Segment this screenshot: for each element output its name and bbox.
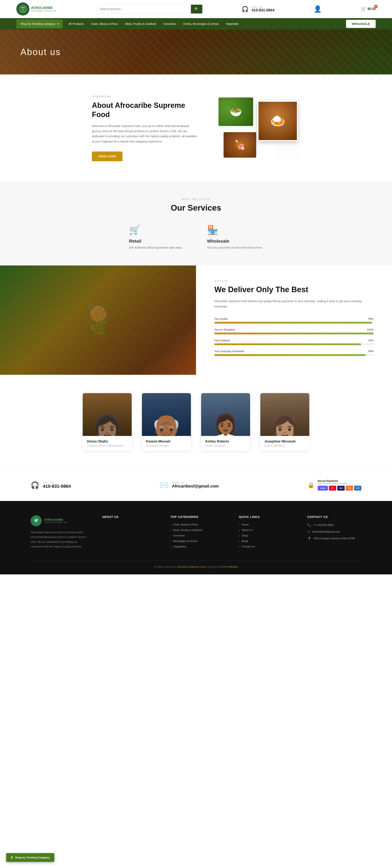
footer-about-col: ABOUT US <box>102 515 156 551</box>
dropdown-label: Shop by Trending Category <box>21 22 55 26</box>
about-image-side2: 🍖 <box>224 132 256 158</box>
wholesale-name: Wholesale <box>207 239 263 244</box>
bullet-icon: ● <box>239 523 240 526</box>
team-photo-ashley: 👩🏾‍💼 <box>201 393 250 436</box>
shop-category-dropdown[interactable]: Shop by Trending Category ▾ <box>16 19 63 28</box>
wholesale-button[interactable]: WHOLESALE <box>346 20 376 28</box>
footer-link-contact[interactable]: ● Contact Us <box>239 545 293 548</box>
progress-bar-bg-1 <box>214 333 374 334</box>
contact-email-item: ✉️ EMAIL US Africaribesf@gmail.com <box>160 481 219 489</box>
footer-designer-link[interactable]: Zone Websites <box>222 565 238 568</box>
footer-link-shop[interactable]: ● Shop <box>239 534 293 537</box>
shop-now-button[interactable]: SHOP NOW <box>92 152 122 161</box>
footer-logo-name: AFROCARIBE <box>44 518 68 521</box>
logo[interactable]: AFRO 🌍 CARIBE AFROCARIBE SUPREME FOODS I… <box>16 2 57 16</box>
footer-brand-col: 🌍 AFROCARIBE SUPREME FOODS INC. Afrocari… <box>31 515 88 551</box>
wholesale-icon: 🏪 <box>207 225 263 235</box>
bullet-icon: ● <box>170 534 172 537</box>
team-photo-amina: 👩🏾 <box>83 393 132 436</box>
contact-phone-item: 🎧 CALL US 410-831-0864 <box>31 481 71 489</box>
hero-banner: About us <box>0 30 392 74</box>
footer-cat-groceries[interactable]: ● Groceries <box>170 534 225 537</box>
nav-link-drinks[interactable]: Drinks, Beverages & Cereal <box>179 19 222 28</box>
lock-icon: 🔒 <box>307 482 315 488</box>
footer-designed-by: | Designed By <box>206 565 222 568</box>
logo-icon: AFRO 🌍 CARIBE <box>16 2 29 16</box>
progress-bar-bg-3 <box>214 354 374 356</box>
services-grid: 🛒 Retail Get authentic African groceries… <box>31 225 361 249</box>
footer-link-blogs[interactable]: ● Blogs <box>239 539 293 542</box>
services-title: Our Services <box>31 203 361 213</box>
about-description: Welcome to Afrocaribe Supreme Food, your… <box>92 124 198 144</box>
why-us-desc: Afrocaribe Supreme Food delivers top-qua… <box>214 299 374 309</box>
footer-cat-vegetables[interactable]: ● Vegetables <box>170 545 225 548</box>
footer-phone-icon: 📞 <box>307 523 311 527</box>
footer-bottom: All rights reserved by Afrocaribe Suprem… <box>31 561 361 568</box>
nav-link-groceries[interactable]: Groceries <box>160 19 180 28</box>
footer-contact-col: CONTACT US 📞 +1 410-831-0864 ✉ Africarib… <box>307 515 361 551</box>
wholesale-desc: Get your groceries in bulk at the best p… <box>207 246 263 249</box>
call-us-strip-label: CALL US <box>43 481 71 484</box>
headphone-icon: 🎧 <box>242 6 249 12</box>
team-role-ashley: Product Specialist <box>205 444 246 447</box>
svg-text:AFRO: AFRO <box>21 7 25 8</box>
bullet-icon: ● <box>170 523 172 526</box>
footer-copyright: All rights reserved by <box>154 565 177 568</box>
progress-bar-bg-0 <box>214 322 374 323</box>
user-icon[interactable]: 👤 <box>314 5 322 13</box>
footer-cat-grain[interactable]: ● Grain, Beans & Flour <box>170 523 225 526</box>
secure-payments-label: Secure Payments <box>318 479 361 483</box>
payment-security-area: 🔒 Secure Payments Safe and Secure SSL En… <box>307 479 361 491</box>
footer-cat-meat[interactable]: ● Meat, Poultry & Seafood <box>170 528 225 532</box>
footer-link-home[interactable]: ● Home <box>239 523 293 526</box>
footer-address-item: 📍 10214 lanham Severn rd Md 20706 <box>307 536 361 541</box>
discover-icon: DISC <box>346 486 353 491</box>
footer-brand-link[interactable]: Afrocaribe Supreme Food <box>177 565 205 568</box>
team-info-josephine: Josephine Nkrumah Sales & Marketing <box>260 436 309 451</box>
team-name-kwame: Kwame Mensah <box>146 440 187 443</box>
metric-label-3: Your Everyday Essentials <box>214 350 244 353</box>
team-name-amina: Amina Okafor <box>87 440 128 443</box>
search-input[interactable] <box>96 5 191 13</box>
nav-link-all-products[interactable]: All Products <box>65 19 87 28</box>
footer-address: 10214 lanham Severn rd Md 20706 <box>313 536 355 540</box>
search-button[interactable]: 🔍 <box>191 5 202 13</box>
metric-label-2: Fast Delivery <box>214 339 230 342</box>
chevron-down-icon: ▾ <box>57 22 59 26</box>
cart-area[interactable]: 🛒 $0.00 0 <box>361 6 376 11</box>
footer-logo-sub: SUPREME FOODS INC. <box>44 521 68 523</box>
footer-cat-beverages[interactable]: ● Beverages & Cereal <box>170 539 225 542</box>
why-us-title: We Deliver Only The Best <box>214 285 374 294</box>
payment-icons-row: stripe MC VISA DISC AMEX <box>318 486 361 491</box>
amex-icon: AMEX <box>354 486 361 491</box>
cart-badge: 0 <box>374 5 378 8</box>
retail-name: Retail <box>129 239 183 244</box>
contact-strip: 🎧 CALL US 410-831-0864 ✉️ EMAIL US Afric… <box>0 469 392 501</box>
footer-link-about[interactable]: ● About Us <box>239 528 293 532</box>
about-text: Shop With Ease About Afrocaribe Supreme … <box>92 95 198 161</box>
footer-logo: 🌍 AFROCARIBE SUPREME FOODS INC. <box>31 515 88 526</box>
shop-ease-label: Shop With Ease <box>92 95 198 98</box>
email-icon: ✉️ <box>160 481 168 489</box>
progress-fast-delivery: Fast Delivery 92% <box>214 339 374 345</box>
progress-bar-fill-0 <box>214 322 372 323</box>
progress-secure-shopping: Secure Shopping 100% <box>214 328 374 334</box>
team-role-josephine: Sales & Marketing <box>264 444 305 447</box>
nav-link-vegetable[interactable]: Vegetable <box>222 19 242 28</box>
footer-brand-description: Afrocaribe Supreme Food is an African re… <box>31 530 88 549</box>
footer-logo-text: AFROCARIBE SUPREME FOODS INC. <box>44 518 68 523</box>
header: AFRO 🌍 CARIBE AFROCARIBE SUPREME FOODS I… <box>0 0 392 18</box>
service-retail: 🛒 Retail Get authentic African groceries… <box>129 225 183 249</box>
nav-link-meat[interactable]: Meat, Poultry & Seafood <box>121 19 160 28</box>
bullet-icon: ● <box>170 529 172 531</box>
nav-link-grain[interactable]: Grain, Beans & Flour <box>87 19 121 28</box>
team-card-kwame: 👴🏾 Kwame Mensah Warehouse Manager <box>142 393 191 451</box>
team-card-amina: 👩🏾 Amina Okafor Customer Service Represe… <box>83 393 132 451</box>
about-images: 🥗 🍛 🍖 <box>219 97 300 159</box>
footer-categories-title: TOP CATEGORIES <box>170 515 225 519</box>
about-image-dots <box>276 140 300 159</box>
svg-text:CARIBE: CARIBE <box>21 10 25 11</box>
team-role-kwame: Warehouse Manager <box>146 444 187 447</box>
bullet-icon: ● <box>170 540 172 542</box>
progress-top-quality: Top Quality 99% <box>214 317 374 323</box>
